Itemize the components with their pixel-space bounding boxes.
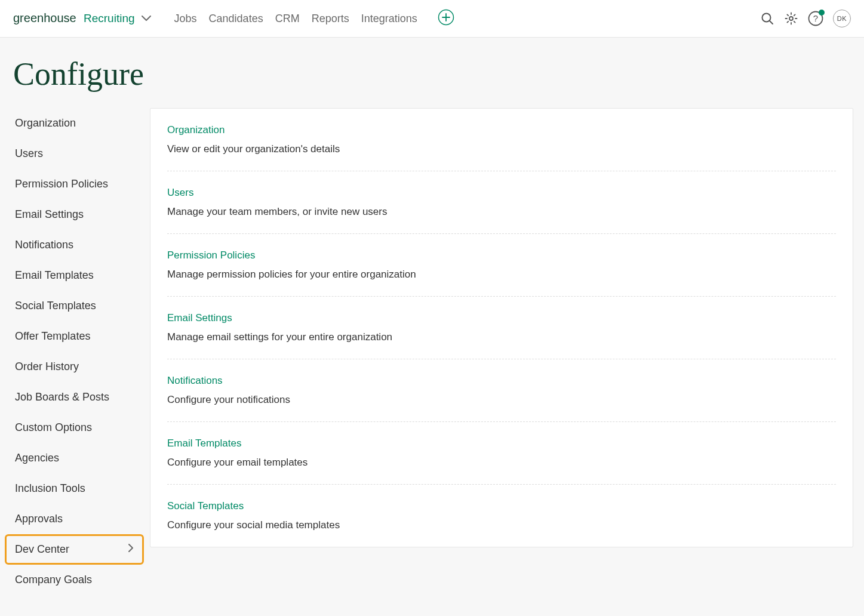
sidebar-item-permission-policies[interactable]: Permission Policies	[5, 169, 144, 199]
svg-point-3	[789, 17, 793, 20]
nav-jobs[interactable]: Jobs	[174, 13, 197, 25]
add-button[interactable]	[438, 9, 454, 28]
sidebar-item-approvals[interactable]: Approvals	[5, 504, 144, 534]
section-description: Manage permission policies for your enti…	[167, 269, 836, 281]
section-users: UsersManage your team members, or invite…	[167, 171, 836, 234]
sidebar-item-label: Order History	[15, 361, 79, 373]
sidebar-item-label: Notifications	[15, 239, 73, 251]
help-icon[interactable]: ?	[808, 11, 823, 26]
section-description: View or edit your organization's details	[167, 143, 836, 155]
section-title-link[interactable]: Permission Policies	[167, 250, 836, 261]
section-title-link[interactable]: Users	[167, 187, 836, 199]
sidebar-item-job-boards-posts[interactable]: Job Boards & Posts	[5, 382, 144, 412]
section-description: Manage email settings for your entire or…	[167, 331, 836, 343]
sidebar-item-label: Permission Policies	[15, 178, 108, 190]
section-title-link[interactable]: Email Settings	[167, 312, 836, 324]
sidebar-item-organization[interactable]: Organization	[5, 108, 144, 138]
help-notification-dot	[819, 10, 825, 16]
sidebar-item-label: Company Goals	[15, 574, 92, 586]
topbar: greenhouse Recruiting Jobs Candidates CR…	[0, 0, 864, 38]
topbar-right: ? DK	[760, 10, 851, 27]
section-description: Manage your team members, or invite new …	[167, 206, 836, 218]
sidebar-item-email-settings[interactable]: Email Settings	[5, 199, 144, 230]
section-description: Configure your notifications	[167, 394, 836, 406]
sidebar-item-label: Inclusion Tools	[15, 482, 85, 495]
sidebar-item-users[interactable]: Users	[5, 138, 144, 169]
sidebar-item-label: Custom Options	[15, 421, 92, 434]
nav-candidates[interactable]: Candidates	[209, 13, 263, 25]
section-description: Configure your email templates	[167, 457, 836, 469]
section-organization: OrganizationView or edit your organizati…	[167, 109, 836, 171]
search-icon[interactable]	[760, 11, 774, 26]
section-title-link[interactable]: Notifications	[167, 375, 836, 387]
sidebar-item-label: Agencies	[15, 452, 59, 464]
section-permission-policies: Permission PoliciesManage permission pol…	[167, 234, 836, 297]
brand-switcher[interactable]: greenhouse Recruiting	[13, 11, 152, 26]
section-title-link[interactable]: Email Templates	[167, 438, 836, 449]
sidebar-item-offer-templates[interactable]: Offer Templates	[5, 321, 144, 352]
sidebar-item-label: Approvals	[15, 513, 63, 525]
sidebar-item-social-templates[interactable]: Social Templates	[5, 291, 144, 321]
section-title-link[interactable]: Social Templates	[167, 500, 836, 512]
sidebar-item-company-goals[interactable]: Company Goals	[5, 565, 144, 595]
sidebar: OrganizationUsersPermission PoliciesEmai…	[5, 108, 150, 595]
chevron-down-icon	[141, 15, 152, 22]
section-email-templates: Email TemplatesConfigure your email temp…	[167, 422, 836, 485]
settings-gear-icon[interactable]	[784, 11, 798, 26]
sidebar-item-order-history[interactable]: Order History	[5, 352, 144, 382]
page-title: Configure	[0, 38, 864, 108]
section-notifications: NotificationsConfigure your notification…	[167, 359, 836, 422]
sidebar-item-notifications[interactable]: Notifications	[5, 230, 144, 260]
sidebar-item-label: Offer Templates	[15, 330, 90, 343]
sidebar-item-agencies[interactable]: Agencies	[5, 443, 144, 473]
sidebar-item-label: Users	[15, 147, 43, 160]
sidebar-item-label: Email Settings	[15, 208, 84, 221]
nav-reports[interactable]: Reports	[312, 13, 349, 25]
section-description: Configure your social media templates	[167, 519, 836, 531]
sidebar-item-label: Job Boards & Posts	[15, 391, 109, 404]
section-social-templates: Social TemplatesConfigure your social me…	[167, 485, 836, 547]
top-nav: Jobs Candidates CRM Reports Integrations	[174, 13, 417, 25]
chevron-right-icon	[128, 543, 134, 556]
sidebar-item-email-templates[interactable]: Email Templates	[5, 260, 144, 291]
svg-text:?: ?	[813, 13, 818, 23]
main-content: OrganizationView or edit your organizati…	[150, 108, 853, 547]
svg-text:greenhouse: greenhouse	[13, 11, 76, 24]
sidebar-item-label: Social Templates	[15, 300, 96, 312]
sidebar-item-custom-options[interactable]: Custom Options	[5, 412, 144, 443]
section-email-settings: Email SettingsManage email settings for …	[167, 297, 836, 359]
section-title-link[interactable]: Organization	[167, 124, 836, 136]
sidebar-item-label: Email Templates	[15, 269, 94, 282]
sidebar-item-inclusion-tools[interactable]: Inclusion Tools	[5, 473, 144, 504]
sidebar-item-dev-center[interactable]: Dev Center	[5, 534, 144, 565]
nav-integrations[interactable]: Integrations	[361, 13, 417, 25]
sidebar-item-label: Dev Center	[15, 543, 69, 556]
brand-product-name: Recruiting	[84, 12, 135, 25]
user-avatar[interactable]: DK	[833, 10, 851, 27]
layout: OrganizationUsersPermission PoliciesEmai…	[0, 108, 864, 595]
sidebar-item-label: Organization	[15, 117, 76, 130]
nav-crm[interactable]: CRM	[275, 13, 300, 25]
brand-logo: greenhouse	[13, 11, 76, 26]
